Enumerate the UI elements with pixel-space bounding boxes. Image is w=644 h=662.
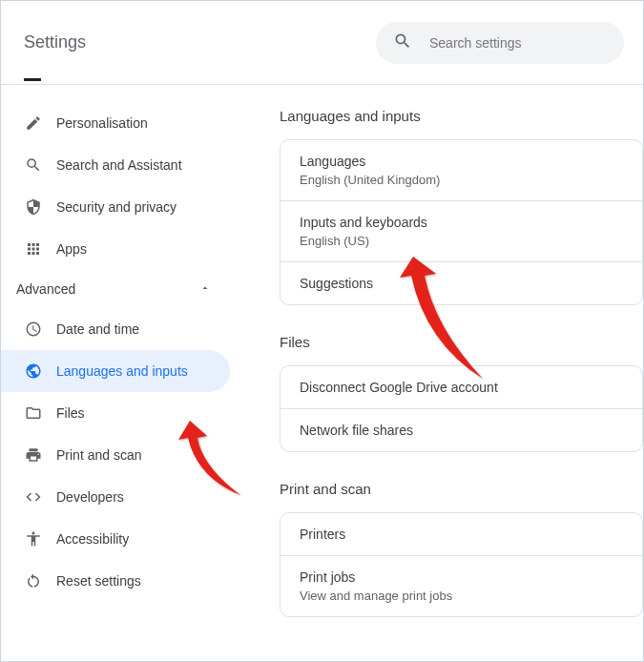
card-item-primary: Disconnect Google Drive account xyxy=(300,380,623,395)
sidebar-item-security[interactable]: Security and privacy xyxy=(1,186,230,228)
card-item-inputs-keyboards[interactable]: Inputs and keyboards English (US) xyxy=(280,201,642,262)
sidebar-item-label: Print and scan xyxy=(56,447,142,463)
reset-icon xyxy=(24,571,43,590)
card-item-secondary: English (US) xyxy=(300,234,623,248)
card-item-print-jobs[interactable]: Print jobs View and manage print jobs xyxy=(280,556,642,616)
sidebar-group-advanced[interactable]: Advanced xyxy=(1,270,234,308)
sidebar-item-label: Security and privacy xyxy=(56,199,177,215)
section-title-languages: Languages and inputs xyxy=(280,108,643,124)
globe-icon xyxy=(24,362,43,381)
card-item-primary: Suggestions xyxy=(300,276,623,291)
sidebar-item-apps[interactable]: Apps xyxy=(1,228,230,270)
code-icon xyxy=(24,487,43,507)
header: Settings xyxy=(1,1,643,85)
search-icon xyxy=(393,31,412,54)
sidebar-item-label: Personalisation xyxy=(56,115,148,131)
shield-icon xyxy=(24,197,43,217)
sidebar-item-date-time[interactable]: Date and time xyxy=(1,308,230,350)
section-title-print: Print and scan xyxy=(280,481,643,497)
card-item-languages[interactable]: Languages English (United Kingdom) xyxy=(280,140,642,201)
card-item-network-shares[interactable]: Network file shares xyxy=(280,409,642,451)
sidebar-item-developers[interactable]: Developers xyxy=(1,476,230,518)
card-item-suggestions[interactable]: Suggestions xyxy=(280,262,642,304)
sidebar-item-label: Developers xyxy=(56,489,124,505)
sidebar-item-label: Accessibility xyxy=(56,531,129,547)
content: Languages and inputs Languages English (… xyxy=(241,85,643,661)
card-item-primary: Printers xyxy=(300,527,623,542)
accessibility-icon xyxy=(24,529,43,548)
sidebar-item-files[interactable]: Files xyxy=(1,392,230,434)
card-item-primary: Inputs and keyboards xyxy=(300,215,623,230)
clock-icon xyxy=(24,320,43,339)
card-item-primary: Network file shares xyxy=(300,423,623,438)
search-box[interactable] xyxy=(376,22,624,64)
section-title-files: Files xyxy=(280,334,643,350)
sidebar-item-label: Search and Assistant xyxy=(56,157,182,173)
card-item-printers[interactable]: Printers xyxy=(280,513,642,556)
print-icon xyxy=(24,445,43,465)
pencil-icon xyxy=(24,114,43,133)
sidebar-item-accessibility[interactable]: Accessibility xyxy=(1,518,230,560)
sidebar: Personalisation Search and Assistant Sec… xyxy=(1,85,241,661)
print-card: Printers Print jobs View and manage prin… xyxy=(280,512,643,617)
sidebar-item-label: Reset settings xyxy=(56,573,141,589)
card-item-secondary: View and manage print jobs xyxy=(300,589,623,603)
sidebar-item-print-scan[interactable]: Print and scan xyxy=(1,434,230,476)
sidebar-item-label: Date and time xyxy=(56,321,139,337)
card-item-primary: Print jobs xyxy=(300,569,623,585)
sidebar-item-label: Apps xyxy=(56,241,87,257)
sidebar-item-languages-inputs[interactable]: Languages and inputs xyxy=(1,350,230,392)
card-item-secondary: English (United Kingdom) xyxy=(300,173,623,187)
sidebar-item-label: Files xyxy=(56,405,85,421)
languages-card: Languages English (United Kingdom) Input… xyxy=(280,139,643,305)
card-item-disconnect-drive[interactable]: Disconnect Google Drive account xyxy=(280,366,642,409)
sidebar-item-search-assistant[interactable]: Search and Assistant xyxy=(1,144,230,186)
page-title: Settings xyxy=(24,32,86,52)
search-icon xyxy=(24,155,43,175)
body: Personalisation Search and Assistant Sec… xyxy=(1,85,643,661)
sidebar-group-label: Advanced xyxy=(16,281,75,297)
apps-icon xyxy=(24,239,43,259)
files-card: Disconnect Google Drive account Network … xyxy=(280,365,643,452)
sidebar-item-reset[interactable]: Reset settings xyxy=(1,560,230,602)
sidebar-item-label: Languages and inputs xyxy=(56,363,188,379)
card-item-primary: Languages xyxy=(300,154,623,169)
folder-icon xyxy=(24,403,43,423)
search-input[interactable] xyxy=(429,35,607,51)
chevron-up-icon xyxy=(199,281,211,297)
sidebar-item-personalisation[interactable]: Personalisation xyxy=(1,102,230,144)
